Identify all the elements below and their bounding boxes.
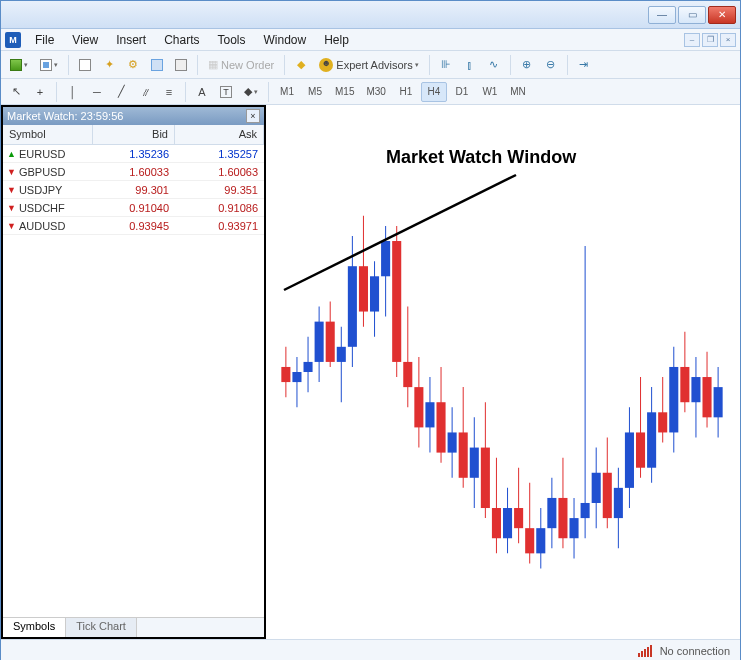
tf-m30[interactable]: M30	[361, 82, 390, 102]
mdi-close-button[interactable]: ×	[720, 33, 736, 47]
line-chart-button[interactable]: ∿	[483, 54, 505, 76]
market-watch-body[interactable]: ▲EURUSD1.352361.35257▼GBPUSD1.600331.600…	[3, 145, 264, 617]
symbol-cell: ▼AUDUSD	[3, 220, 93, 232]
tf-h4[interactable]: H4	[421, 82, 447, 102]
menu-view[interactable]: View	[64, 31, 106, 49]
text-label-tool[interactable]: T	[215, 81, 237, 103]
col-ask[interactable]: Ask	[175, 125, 264, 144]
svg-rect-27	[425, 402, 434, 427]
trendline-tool[interactable]: ╱	[110, 81, 132, 103]
titlebar: — ▭ ✕	[1, 1, 740, 29]
main-toolbar: ▾ ▾ ✦ ⚙ ▦ New Order ◆ ☻ Expert Advisors▾…	[1, 51, 740, 79]
text-tool[interactable]: A	[191, 81, 213, 103]
svg-rect-15	[359, 266, 368, 311]
svg-rect-57	[592, 473, 601, 503]
close-button[interactable]: ✕	[708, 6, 736, 24]
market-watch-row[interactable]: ▼USDJPY99.30199.351	[3, 181, 264, 199]
annotation-label: Market Watch Window	[386, 147, 576, 168]
svg-rect-71	[669, 367, 678, 432]
market-watch-row[interactable]: ▼AUDUSD0.939450.93971	[3, 217, 264, 235]
menubar: M File View Insert Charts Tools Window H…	[1, 29, 740, 51]
window-controls: — ▭ ✕	[648, 6, 736, 24]
market-watch-row[interactable]: ▼USDCHF0.910400.91086	[3, 199, 264, 217]
menu-tools[interactable]: Tools	[210, 31, 254, 49]
svg-rect-59	[603, 473, 612, 518]
menu-charts[interactable]: Charts	[156, 31, 207, 49]
market-watch-toggle[interactable]	[74, 54, 96, 76]
statusbar: No connection	[1, 639, 740, 660]
horizontal-line-tool[interactable]: ─	[86, 81, 108, 103]
market-watch-row[interactable]: ▼GBPUSD1.600331.60063	[3, 163, 264, 181]
candle-chart-button[interactable]: ⫿	[459, 54, 481, 76]
profiles-button[interactable]: ▾	[35, 54, 63, 76]
menu-insert[interactable]: Insert	[108, 31, 154, 49]
tf-d1[interactable]: D1	[449, 82, 475, 102]
mdi-restore-button[interactable]: ❐	[702, 33, 718, 47]
new-chart-button[interactable]: ▾	[5, 54, 33, 76]
tf-m15[interactable]: M15	[330, 82, 359, 102]
symbol-cell: ▼USDCHF	[3, 202, 93, 214]
tf-mn[interactable]: MN	[505, 82, 531, 102]
tf-h1[interactable]: H1	[393, 82, 419, 102]
app-icon: M	[5, 32, 21, 48]
crosshair-tool[interactable]: +	[29, 81, 51, 103]
ask-cell: 0.91086	[175, 202, 264, 214]
expert-advisors-button[interactable]: ☻ Expert Advisors▾	[314, 54, 423, 76]
bid-cell: 99.301	[93, 184, 175, 196]
market-watch-titlebar: Market Watch: 23:59:56 ×	[3, 107, 264, 125]
symbol-cell: ▼GBPUSD	[3, 166, 93, 178]
arrows-tool[interactable]: ◆▾	[239, 81, 263, 103]
ask-cell: 1.60063	[175, 166, 264, 178]
svg-rect-47	[536, 528, 545, 553]
zoom-in-button[interactable]: ⊕	[516, 54, 538, 76]
candlestick-chart[interactable]	[266, 105, 740, 639]
svg-rect-43	[514, 508, 523, 528]
market-watch-row[interactable]: ▲EURUSD1.352361.35257	[3, 145, 264, 163]
zoom-out-button[interactable]: ⊖	[540, 54, 562, 76]
data-window-toggle[interactable]: ⚙	[122, 54, 144, 76]
autotrading-button[interactable]: ◆	[290, 54, 312, 76]
svg-rect-79	[714, 387, 723, 417]
bid-cell: 0.91040	[93, 202, 175, 214]
menu-window[interactable]: Window	[256, 31, 315, 49]
svg-rect-21	[392, 241, 401, 362]
autoscroll-button[interactable]: ⇥	[573, 54, 595, 76]
menu-file[interactable]: File	[27, 31, 62, 49]
svg-rect-67	[647, 412, 656, 467]
fibonacci-tool[interactable]: ≡	[158, 81, 180, 103]
tf-m5[interactable]: M5	[302, 82, 328, 102]
svg-rect-51	[558, 498, 567, 538]
mdi-minimize-button[interactable]: –	[684, 33, 700, 47]
maximize-button[interactable]: ▭	[678, 6, 706, 24]
col-symbol[interactable]: Symbol	[3, 125, 93, 144]
svg-rect-77	[702, 377, 711, 417]
navigator-toggle[interactable]: ✦	[98, 54, 120, 76]
svg-rect-55	[581, 503, 590, 518]
tf-w1[interactable]: W1	[477, 82, 503, 102]
svg-rect-37	[481, 448, 490, 508]
cursor-tool[interactable]: ↖	[5, 81, 27, 103]
tf-m1[interactable]: M1	[274, 82, 300, 102]
svg-rect-45	[525, 528, 534, 553]
svg-rect-65	[636, 432, 645, 467]
vertical-line-tool[interactable]: │	[62, 81, 84, 103]
tab-tick-chart[interactable]: Tick Chart	[66, 618, 137, 637]
channel-tool[interactable]: ⫽	[134, 81, 156, 103]
new-order-button[interactable]: ▦ New Order	[203, 54, 279, 76]
col-bid[interactable]: Bid	[93, 125, 175, 144]
ask-cell: 99.351	[175, 184, 264, 196]
market-watch-title: Market Watch: 23:59:56	[7, 110, 123, 122]
ask-cell: 0.93971	[175, 220, 264, 232]
svg-rect-63	[625, 432, 634, 487]
strategy-tester-toggle[interactable]	[170, 54, 192, 76]
market-watch-close-button[interactable]: ×	[246, 109, 260, 123]
minimize-button[interactable]: —	[648, 6, 676, 24]
svg-rect-19	[381, 241, 390, 276]
terminal-toggle[interactable]	[146, 54, 168, 76]
connection-signal-icon	[638, 645, 652, 657]
bar-chart-button[interactable]: ⊪	[435, 54, 457, 76]
tab-symbols[interactable]: Symbols	[3, 618, 66, 637]
svg-rect-73	[680, 367, 689, 402]
menu-help[interactable]: Help	[316, 31, 357, 49]
chart-area[interactable]: Market Watch Window	[266, 105, 740, 639]
